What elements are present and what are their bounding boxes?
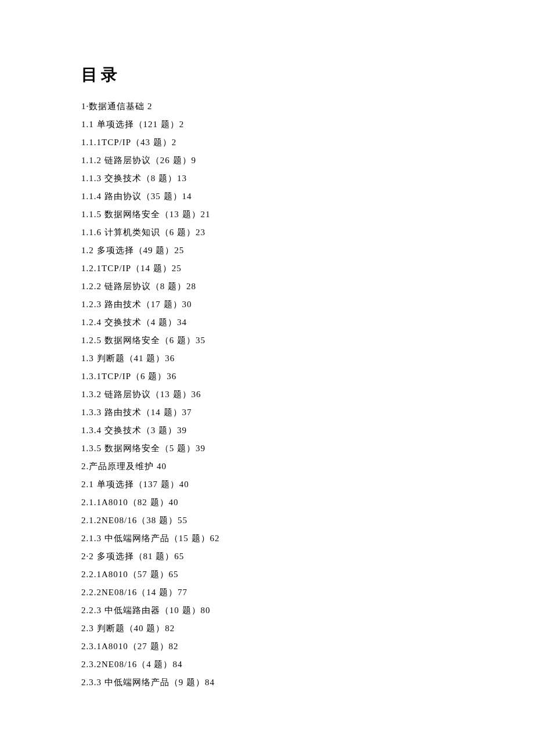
toc-item: 1.2.3 路由技术（17 题）30 xyxy=(81,296,453,314)
toc-item: 1.2.4 交换技术（4 题）34 xyxy=(81,314,453,332)
toc-item: 1.1.5 数据网络安全（13 题）21 xyxy=(81,206,453,224)
toc-item: 1.2.1TCP/IP（14 题）25 xyxy=(81,260,453,278)
toc-list: 1·数据通信基础 21.1 单项选择（121 题）21.1.1TCP/IP（43… xyxy=(81,98,453,692)
toc-item: 2.产品原理及维护 40 xyxy=(81,458,453,476)
toc-item: 1.1.3 交换技术（8 题）13 xyxy=(81,170,453,188)
toc-item: 1.2.2 链路层协议（8 题）28 xyxy=(81,278,453,296)
toc-item: 1.1.6 计算机类知识（6 题）23 xyxy=(81,224,453,242)
toc-item: 2.2.2NE08/16（14 题）77 xyxy=(81,584,453,602)
toc-item: 1.3 判断题（41 题）36 xyxy=(81,350,453,368)
toc-item: 1.2 多项选择（49 题）25 xyxy=(81,242,453,260)
toc-item: 1.1.2 链路层协议（26 题）9 xyxy=(81,152,453,170)
toc-item: 1.1 单项选择（121 题）2 xyxy=(81,116,453,134)
toc-item: 1.3.1TCP/IP（6 题）36 xyxy=(81,368,453,386)
toc-item: 2.1.3 中低端网络产品（15 题）62 xyxy=(81,530,453,548)
toc-item: 1.2.5 数据网络安全（6 题）35 xyxy=(81,332,453,350)
toc-item: 1.3.2 链路层协议（13 题）36 xyxy=(81,386,453,404)
toc-item: 2.1.2NE08/16（38 题）55 xyxy=(81,512,453,530)
toc-item: 1.1.4 路由协议（35 题）14 xyxy=(81,188,453,206)
toc-item: 2.2.3 中低端路由器（10 题）80 xyxy=(81,602,453,620)
toc-item: 2.3.1A8010（27 题）82 xyxy=(81,638,453,656)
toc-item: 2.2.1A8010（57 题）65 xyxy=(81,566,453,584)
toc-item: 2.1 单项选择（137 题）40 xyxy=(81,476,453,494)
toc-item: 1.1.1TCP/IP（43 题）2 xyxy=(81,134,453,152)
toc-item: 1.3.4 交换技术（3 题）39 xyxy=(81,422,453,440)
toc-item: 2·2 多项选择（81 题）65 xyxy=(81,548,453,566)
toc-item: 1·数据通信基础 2 xyxy=(81,98,453,116)
toc-item: 2.3.3 中低端网络产品（9 题）84 xyxy=(81,674,453,692)
toc-title: 目录 xyxy=(81,64,453,86)
toc-item: 1.3.3 路由技术（14 题）37 xyxy=(81,404,453,422)
toc-item: 1.3.5 数据网络安全（5 题）39 xyxy=(81,440,453,458)
toc-item: 2.1.1A8010（82 题）40 xyxy=(81,494,453,512)
toc-item: 2.3.2NE08/16（4 题）84 xyxy=(81,656,453,674)
toc-item: 2.3 判断题（40 题）82 xyxy=(81,620,453,638)
